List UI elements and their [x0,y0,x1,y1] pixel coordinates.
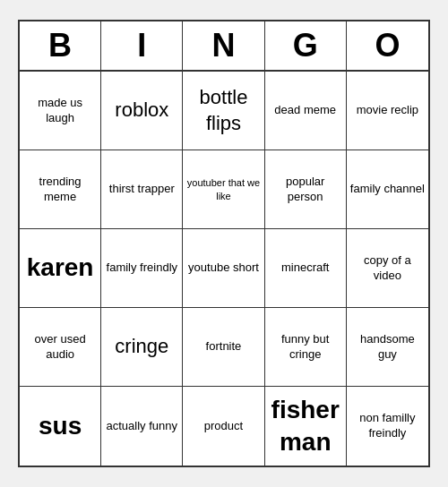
bingo-cell[interactable]: roblox [101,72,183,150]
bingo-header: BINGO [20,21,428,72]
bingo-cell[interactable]: youtuber that we like [183,150,264,229]
bingo-cell[interactable]: family channel [347,150,428,229]
bingo-cell[interactable]: trending meme [20,150,101,229]
bingo-cell[interactable]: thirst trapper [101,150,183,229]
bingo-cell[interactable]: karen [20,229,101,308]
bingo-cell[interactable]: family freindly [101,229,183,308]
bingo-cell[interactable]: fortnite [183,308,264,387]
bingo-cell[interactable]: fisher man [265,387,347,466]
bingo-card: BINGO made us laughrobloxbottle flipsdea… [18,20,430,467]
bingo-cell[interactable]: youtube short [183,229,264,308]
bingo-cell[interactable]: non familly freindly [347,387,428,466]
bingo-cell[interactable]: over used audio [20,308,101,387]
bingo-cell[interactable]: actually funny [101,387,183,466]
header-letter: G [265,21,347,70]
bingo-cell[interactable]: handsome guy [347,308,428,387]
bingo-cell[interactable]: funny but cringe [265,308,347,387]
bingo-cell[interactable]: movie reclip [347,72,428,150]
bingo-cell[interactable]: dead meme [265,72,347,150]
bingo-cell[interactable]: product [183,387,264,466]
bingo-cell[interactable]: copy of a video [347,229,428,308]
bingo-grid: made us laughrobloxbottle flipsdead meme… [20,72,428,466]
header-letter: I [101,21,183,70]
header-letter: N [183,21,264,70]
bingo-cell[interactable]: cringe [101,308,183,387]
bingo-cell[interactable]: made us laugh [20,72,101,150]
header-letter: B [20,21,101,70]
bingo-cell[interactable]: bottle flips [183,72,264,150]
bingo-cell[interactable]: popular person [265,150,347,229]
bingo-cell[interactable]: sus [20,387,101,466]
header-letter: O [347,21,428,70]
bingo-cell[interactable]: minecraft [265,229,347,308]
